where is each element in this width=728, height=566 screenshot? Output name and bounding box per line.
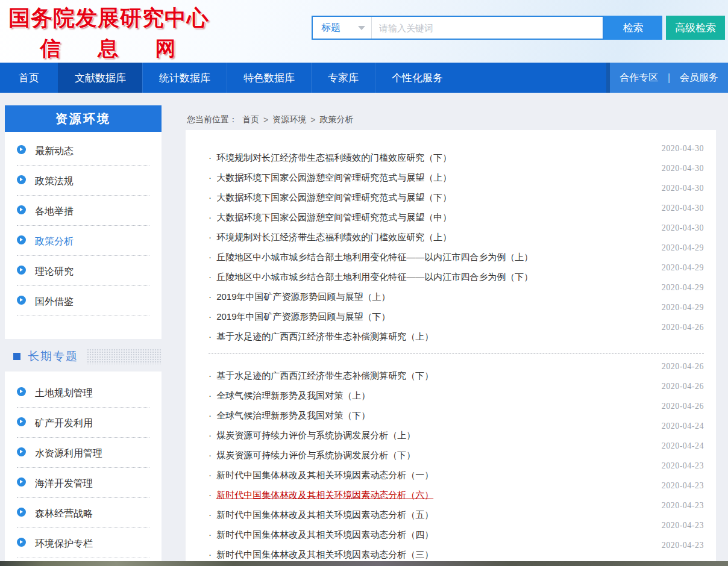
sidebar-topic-item-2[interactable]: 矿产开发利用: [17, 408, 149, 438]
breadcrumb-home[interactable]: 首页: [242, 114, 259, 125]
article-date: 2020-04-23: [662, 521, 704, 530]
list-bullet-icon: ·: [209, 450, 214, 460]
article-title: · 新时代中国集体林改及其相关环境因素动态分析（六）: [209, 490, 433, 501]
nav-item-4[interactable]: 特色数据库: [227, 63, 311, 93]
sidebar-item-label: 政策法规: [35, 176, 74, 186]
article-date: 2020-04-24: [662, 421, 704, 431]
article-title: · 煤炭资源可持续力评价与系统协调发展分析（下）: [209, 450, 415, 461]
article-link[interactable]: 2019年中国矿产资源形势回顾与展望（下）: [216, 311, 390, 322]
article-link[interactable]: 大数据环境下国家公园游憩空间管理研究范式与展望（中）: [216, 212, 451, 222]
nav-item-5[interactable]: 专家库: [311, 63, 375, 93]
sidebar-section-title: 长期专题: [28, 349, 78, 364]
sidebar-item-label: 矿产开发利用: [35, 418, 93, 428]
nav-link-member[interactable]: 会员服务: [680, 72, 718, 84]
nav-item-3[interactable]: 统计数据库: [142, 63, 227, 93]
list-bullet-icon: ·: [209, 272, 214, 282]
article-link[interactable]: 丘陵地区中小城市城乡结合部土地利用变化特征——以内江市四合乡为例（上）: [216, 252, 533, 262]
article-link[interactable]: 基于水足迹的广西西江经济带生态补偿测算研究（上）: [216, 331, 433, 341]
list-bullet-icon: ·: [209, 509, 214, 520]
article-link[interactable]: 新时代中国集体林改及其相关环境因素动态分析（六）: [216, 490, 433, 500]
logo-title: 国务院发展研究中心: [8, 4, 207, 33]
article-link[interactable]: 新时代中国集体林改及其相关环境因素动态分析（五）: [216, 509, 433, 520]
nav-item-2[interactable]: 文献数据库: [58, 63, 142, 93]
list-bullet-icon: ·: [209, 172, 214, 182]
article-row: · 环境规制对长江经济带生态福利绩效的门槛效应研究（下）2020-04-30: [209, 145, 704, 164]
advanced-search-button[interactable]: 高级检索: [666, 16, 725, 40]
article-link[interactable]: 基于水足迹的广西西江经济带生态补偿测算研究（下）: [216, 370, 433, 381]
sidebar-item-1[interactable]: 最新动态: [17, 135, 149, 166]
article-link[interactable]: 煤炭资源可持续力评价与系统协调发展分析（下）: [216, 450, 415, 460]
article-link[interactable]: 全球气候治理新形势及我国对策（上）: [216, 390, 370, 400]
circle-arrow-icon: [17, 175, 26, 184]
nav-item-6[interactable]: 个性化服务: [375, 63, 459, 93]
article-link[interactable]: 2019年中国矿产资源形势回顾与展望（上）: [216, 291, 390, 302]
circle-arrow-icon: [17, 145, 26, 154]
sidebar-item-label: 环境保护专栏: [35, 538, 93, 549]
article-link[interactable]: 丘陵地区中小城市城乡结合部土地利用变化特征——以内江市四合乡为例（下）: [216, 272, 533, 282]
article-row: · 新时代中国集体林改及其相关环境因素动态分析（五）2020-04-23: [209, 502, 704, 521]
search-input[interactable]: [372, 17, 603, 39]
article-link[interactable]: 新时代中国集体林改及其相关环境因素动态分析（三）: [216, 549, 433, 559]
breadcrumb-separator: >: [263, 115, 268, 125]
article-title: · 丘陵地区中小城市城乡结合部土地利用变化特征——以内江市四合乡为例（下）: [209, 272, 533, 283]
sidebar: 资源环境 最新动态政策法规各地举措政策分析理论研究国外借鉴 长期专题 土地规划管…: [5, 105, 162, 566]
article-row: · 新时代中国集体林改及其相关环境因素动态分析（一）2020-04-23: [209, 462, 704, 482]
circle-arrow-icon: [17, 417, 26, 426]
article-title: · 新时代中国集体林改及其相关环境因素动态分析（五）: [209, 509, 433, 521]
article-link[interactable]: 煤炭资源可持续力评价与系统协调发展分析（上）: [216, 430, 415, 440]
sidebar-topic-item-1[interactable]: 土地规划管理: [17, 378, 149, 408]
article-link[interactable]: 环境规制对长江经济带生态福利绩效的门槛效应研究（下）: [216, 152, 451, 163]
sidebar-topic-item-3[interactable]: 水资源利用管理: [17, 438, 149, 468]
search-field-select[interactable]: 标题: [313, 17, 372, 39]
breadcrumb-current[interactable]: 政策分析: [319, 114, 353, 125]
article-link[interactable]: 全球气候治理新形势及我国对策（下）: [216, 410, 370, 420]
article-link[interactable]: 新时代中国集体林改及其相关环境因素动态分析（四）: [216, 529, 433, 540]
article-row: · 煤炭资源可持续力评价与系统协调发展分析（下）2020-04-24: [209, 442, 704, 462]
sidebar-list-main: 最新动态政策法规各地举措政策分析理论研究国外借鉴: [5, 132, 162, 316]
article-link[interactable]: 环境规制对长江经济带生态福利绩效的门槛效应研究（上）: [216, 232, 451, 242]
article-date: 2020-04-30: [662, 184, 704, 193]
sidebar-topic-item-4[interactable]: 海洋开发管理: [17, 468, 149, 498]
sidebar-item-5[interactable]: 理论研究: [17, 256, 149, 286]
sidebar-topic-item-6[interactable]: 环境保护专栏: [17, 528, 149, 558]
article-date: 2020-04-26: [662, 362, 704, 372]
sidebar-item-6[interactable]: 国外借鉴: [17, 286, 149, 316]
article-title: · 煤炭资源可持续力评价与系统协调发展分析（上）: [209, 430, 415, 441]
search-button[interactable]: 检索: [604, 16, 662, 40]
main-nav: 首页文献数据库统计数据库特色数据库专家库个性化服务 合作专区 ｜ 会员服务: [0, 63, 728, 93]
search-bar: 标题 检索 高级检索: [312, 16, 725, 40]
article-link[interactable]: 新时代中国集体林改及其相关环境因素动态分析（一）: [216, 470, 433, 480]
article-row: · 全球气候治理新形势及我国对策（上）2020-04-26: [209, 382, 704, 402]
article-date: 2020-04-30: [662, 204, 704, 213]
sidebar-item-label: 最新动态: [35, 146, 74, 156]
nav-link-cooperation[interactable]: 合作专区: [620, 72, 658, 84]
sidebar-title: 资源环境: [5, 105, 162, 132]
article-date: 2020-04-23: [662, 541, 704, 550]
sidebar-item-3[interactable]: 各地举措: [17, 196, 149, 226]
article-date: 2020-04-30: [662, 144, 704, 154]
article-date: 2020-04-29: [662, 243, 704, 253]
article-date: 2020-04-23: [662, 461, 704, 471]
article-row: · 煤炭资源可持续力评价与系统协调发展分析（上）2020-04-24: [209, 422, 704, 442]
desktop-edge-strip: [0, 561, 728, 566]
sidebar-list-topics: 土地规划管理矿产开发利用水资源利用管理海洋开发管理森林经营战略环境保护专栏: [5, 374, 162, 558]
circle-arrow-icon: [17, 387, 26, 396]
chevron-down-icon: [358, 26, 365, 30]
sidebar-item-2[interactable]: 政策法规: [17, 166, 149, 196]
list-bullet-icon: ·: [209, 291, 214, 302]
sidebar-item-4[interactable]: 政策分析: [17, 226, 149, 256]
breadcrumb-category[interactable]: 资源环境: [272, 114, 306, 125]
article-row: · 大数据环境下国家公园游憩空间管理研究范式与展望（下）2020-04-30: [209, 184, 704, 204]
article-date: 2020-04-24: [662, 441, 704, 451]
article-list-panel: · 环境规制对长江经济带生态福利绩效的门槛效应研究（下）2020-04-30· …: [186, 130, 716, 566]
list-bullet-icon: ·: [209, 529, 214, 540]
list-bullet-icon: ·: [209, 410, 214, 420]
sidebar-section-header: 长期专题: [13, 349, 162, 364]
circle-arrow-icon: [17, 266, 26, 275]
article-link[interactable]: 大数据环境下国家公园游憩空间管理研究范式与展望（下）: [216, 192, 451, 202]
nav-item-1[interactable]: 首页: [0, 63, 58, 93]
article-row: · 2019年中国矿产资源形势回顾与展望（上）2020-04-29: [209, 284, 704, 303]
sidebar-topic-item-5[interactable]: 森林经营战略: [17, 498, 149, 528]
article-link[interactable]: 大数据环境下国家公园游憩空间管理研究范式与展望（上）: [216, 172, 451, 182]
circle-arrow-icon: [17, 447, 26, 456]
